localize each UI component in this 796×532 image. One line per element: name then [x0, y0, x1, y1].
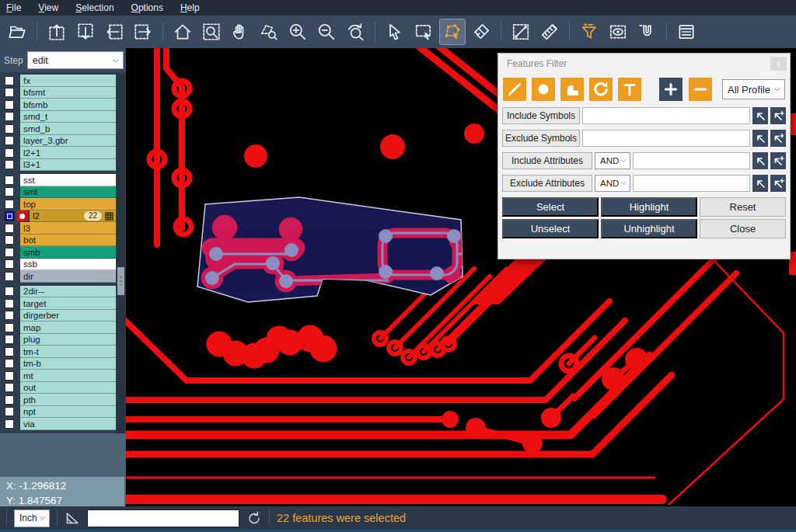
layer-checkbox[interactable]: [5, 88, 14, 97]
highlight-button[interactable]: Highlight: [601, 197, 697, 217]
layer-color-bar[interactable]: sst: [20, 174, 116, 186]
menu-item-selection[interactable]: Selection: [75, 2, 113, 13]
layer-row-smb[interactable]: smb: [0, 246, 116, 259]
menu-item-help[interactable]: Help: [180, 2, 200, 13]
layer-color-bar[interactable]: 2dir--: [20, 286, 116, 298]
layer-color-bar[interactable]: smb: [20, 246, 116, 259]
zoom-previous-icon[interactable]: [343, 19, 368, 44]
send-left-icon[interactable]: [102, 19, 127, 44]
layer-checkbox[interactable]: [5, 76, 14, 85]
layer-row-ssb[interactable]: ssb: [0, 259, 116, 271]
filter-value-input[interactable]: [582, 107, 750, 124]
layer-checkbox[interactable]: [5, 359, 14, 368]
layer-row-top[interactable]: top: [0, 198, 116, 210]
layer-row-l2+1[interactable]: l2+1: [0, 147, 116, 159]
view-box-icon[interactable]: [606, 19, 630, 44]
layer-checkbox[interactable]: [5, 347, 14, 356]
layer-checkbox[interactable]: [5, 419, 14, 429]
layer-checkbox[interactable]: [5, 272, 14, 281]
layer-checkbox[interactable]: [5, 176, 14, 185]
close-button[interactable]: Close: [700, 219, 786, 238]
pick-arrow-add-icon[interactable]: [770, 107, 786, 124]
transform-zoom-icon[interactable]: [257, 19, 281, 44]
layer-checkbox[interactable]: [5, 124, 14, 134]
home-view-icon[interactable]: [170, 19, 195, 44]
layer-color-bar[interactable]: tm-t: [20, 346, 116, 358]
features-filter-icon[interactable]: [577, 19, 602, 44]
and-or-select[interactable]: AND: [595, 175, 630, 192]
unhighlight-button[interactable]: Unhighlight: [601, 219, 697, 238]
send-up-icon[interactable]: [44, 19, 69, 44]
pick-arrow-icon[interactable]: [752, 175, 768, 192]
layer-row-smd_t[interactable]: smd_t: [0, 111, 116, 123]
select-button[interactable]: Select: [502, 197, 599, 217]
layer-checkbox[interactable]: [5, 224, 14, 233]
layer-color-bar[interactable]: layer_3.gbr: [20, 135, 116, 148]
layer-checkbox[interactable]: [5, 211, 14, 221]
grid-icon[interactable]: [105, 212, 113, 221]
layer-color-bar[interactable]: tm-b: [20, 358, 116, 370]
layer-color-bar[interactable]: top: [20, 198, 116, 210]
layer-checkbox[interactable]: [5, 383, 14, 392]
pick-arrow-icon[interactable]: [752, 152, 768, 169]
layer-color-bar[interactable]: smt: [20, 186, 116, 199]
layer-checkbox[interactable]: [5, 407, 14, 416]
select-cursor-icon[interactable]: [382, 19, 407, 44]
layer-checkbox[interactable]: [5, 287, 14, 296]
layer-color-bar[interactable]: bfsmb: [20, 99, 116, 111]
layer-checkbox[interactable]: [5, 112, 14, 121]
filter-value-input[interactable]: [582, 130, 750, 147]
layer-row-l2[interactable]: l222: [0, 210, 116, 223]
layer-checkbox[interactable]: [5, 311, 14, 320]
layer-checkbox[interactable]: [5, 335, 14, 344]
pick-arrow-add-icon[interactable]: [770, 175, 786, 192]
step-select[interactable]: edit: [27, 51, 124, 69]
layer-color-bar[interactable]: ssb: [20, 259, 116, 271]
close-icon[interactable]: x: [770, 57, 787, 71]
layer-color-bar[interactable]: plug: [20, 334, 116, 346]
layer-color-bar[interactable]: mt: [20, 370, 116, 382]
pan-hand-icon[interactable]: [228, 19, 253, 44]
negative-icon[interactable]: [689, 78, 712, 101]
reset-button[interactable]: Reset: [700, 197, 786, 217]
command-input[interactable]: [87, 509, 239, 527]
layer-row-bfsmb[interactable]: bfsmb: [0, 99, 116, 111]
layer-checkbox[interactable]: [5, 200, 14, 209]
layer-row-pth[interactable]: pth: [0, 394, 116, 406]
line-shape-icon[interactable]: [503, 78, 526, 101]
profile-select[interactable]: All Profile: [722, 79, 785, 99]
refresh-icon[interactable]: [246, 511, 262, 526]
menu-item-options[interactable]: Options: [131, 2, 163, 13]
layer-color-bar[interactable]: l222: [30, 210, 116, 223]
layer-row-out[interactable]: out: [0, 382, 116, 395]
sidebar-scrollbar[interactable]: [117, 75, 125, 433]
menu-item-file[interactable]: File: [6, 2, 21, 13]
send-right-icon[interactable]: [131, 19, 155, 44]
layer-row-mt[interactable]: mt: [0, 370, 116, 382]
layer-row-smd_b[interactable]: smd_b: [0, 123, 116, 135]
layer-color-bar[interactable]: dirgerber: [20, 310, 116, 322]
layer-color-bar[interactable]: via: [20, 418, 116, 430]
unselect-button[interactable]: Unselect: [502, 219, 599, 238]
zoom-out-icon[interactable]: [314, 19, 339, 44]
layer-row-l3[interactable]: l3: [0, 222, 116, 235]
pick-arrow-icon[interactable]: [752, 107, 768, 124]
measure-line-icon[interactable]: [508, 19, 533, 44]
filter-label-button[interactable]: Exclude Symbols: [502, 130, 580, 147]
layer-row-sst[interactable]: sst: [0, 174, 116, 186]
layer-row-npt[interactable]: npt: [0, 406, 116, 419]
layer-color-bar[interactable]: l2+1: [20, 147, 116, 159]
pick-arrow-icon[interactable]: [752, 130, 768, 147]
layer-checkbox[interactable]: [5, 248, 14, 257]
filter-value-input[interactable]: [633, 152, 750, 169]
rect-select-icon[interactable]: [411, 19, 436, 44]
menu-item-view[interactable]: View: [38, 2, 58, 13]
layer-checkbox[interactable]: [5, 299, 14, 308]
snap-magnet-icon[interactable]: [634, 19, 659, 44]
layer-color-bar[interactable]: bfsmt: [20, 87, 116, 99]
layer-color-bar[interactable]: smd_t: [20, 111, 116, 123]
layer-row-bfsmt[interactable]: bfsmt: [0, 87, 116, 99]
layer-checkbox[interactable]: [5, 187, 14, 196]
zoom-area-icon[interactable]: [199, 19, 224, 44]
layer-color-bar[interactable]: map: [20, 322, 116, 334]
